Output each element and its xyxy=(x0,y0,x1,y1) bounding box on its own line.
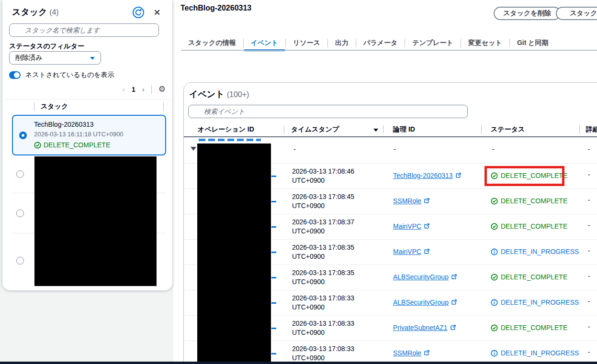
column-divider xyxy=(284,125,284,134)
event-detail: - xyxy=(588,247,590,254)
column-resize-handle[interactable] xyxy=(34,102,34,111)
redacted-link-fragment xyxy=(271,176,276,177)
external-link-icon xyxy=(455,173,461,178)
info-icon xyxy=(491,299,498,306)
success-icon xyxy=(491,324,498,331)
col-operation-id[interactable]: オペレーション ID xyxy=(198,125,254,134)
col-detail[interactable]: 詳細 xyxy=(586,125,597,134)
redacted-link-fragment xyxy=(271,201,276,202)
logical-id-link[interactable]: ALBSecurityGroup xyxy=(393,298,457,306)
column-divider xyxy=(579,125,580,134)
events-table-header: オペレーション ID タイムスタンプ 論理 ID ステータス 詳細 xyxy=(184,123,597,137)
event-detail: - xyxy=(588,348,590,356)
tab-4[interactable]: パラメータ xyxy=(356,35,405,50)
success-icon xyxy=(491,198,498,205)
events-count: (100+) xyxy=(227,90,249,99)
col-status[interactable]: ステータス xyxy=(491,125,525,134)
radio-unselected[interactable] xyxy=(16,257,24,265)
events-title: イベント (100+) xyxy=(189,88,249,100)
stacks-sidebar-panel: スタック (4) ✕ ステータスのフィルタ xyxy=(2,0,172,290)
event-status: DELETE_COMPLETE xyxy=(491,197,567,205)
event-detail: - xyxy=(588,272,590,280)
event-status: DELETE_IN_PROGRESS xyxy=(491,349,579,357)
redacted-area xyxy=(197,143,271,362)
sidebar-title: スタック xyxy=(12,7,47,17)
radio-unselected[interactable] xyxy=(16,210,24,217)
tab-2[interactable]: リソース xyxy=(286,35,327,50)
tab-7[interactable]: Git と同期 xyxy=(510,35,556,50)
selected-stack-card[interactable]: TechBlog-20260313 2026-03-13 16:11:18 UT… xyxy=(12,115,166,155)
column-resize-handle[interactable] xyxy=(163,102,164,111)
external-link-icon xyxy=(424,350,429,356)
nested-toggle[interactable] xyxy=(9,71,21,79)
event-status: DELETE_COMPLETE xyxy=(491,273,567,281)
external-link-icon xyxy=(424,249,429,254)
redacted-link-fragment xyxy=(271,353,276,354)
gear-icon[interactable]: ⚙ xyxy=(158,84,166,95)
next-page-button[interactable]: › xyxy=(142,84,145,95)
summary-detail: - xyxy=(588,145,590,153)
event-timestamp: 2026-03-13 17:08:46 UTC+0900 xyxy=(292,167,354,185)
column-divider xyxy=(383,125,383,134)
external-link-icon xyxy=(450,325,456,331)
stack-created-date: 2026-03-13 16:11:18 UTC+0900 xyxy=(34,131,124,138)
collapse-caret-icon[interactable] xyxy=(191,147,196,151)
logical-id-link[interactable]: TechBlog-20260313 xyxy=(393,172,461,179)
sort-descending-icon[interactable] xyxy=(373,129,378,132)
logical-id-link[interactable]: PrivateSubnetAZ1 xyxy=(393,324,456,331)
redacted-link-fragment xyxy=(271,328,276,329)
status-filter-select[interactable]: 削除済み xyxy=(9,51,101,65)
pager-divider xyxy=(151,85,152,94)
column-divider xyxy=(481,125,482,134)
info-icon xyxy=(491,248,498,255)
tab-6[interactable]: 変更セット xyxy=(461,35,509,50)
highlight-annotation xyxy=(484,166,564,186)
event-detail: - xyxy=(588,323,590,331)
event-detail: - xyxy=(588,196,590,204)
update-stack-button[interactable]: スタックを xyxy=(556,7,597,20)
success-icon xyxy=(34,142,41,149)
redacted-area xyxy=(34,156,157,286)
radio-unselected[interactable] xyxy=(16,170,24,178)
stack-search-input[interactable] xyxy=(9,23,159,37)
external-link-icon xyxy=(451,274,457,280)
col-timestamp[interactable]: タイムスタンプ xyxy=(291,125,339,134)
stack-name[interactable]: TechBlog-20260313 xyxy=(34,121,94,128)
page-title: TechBlog-20260313 xyxy=(180,4,251,12)
tab-0[interactable]: スタックの情報 xyxy=(181,35,243,50)
redacted-link-fragment xyxy=(271,302,276,304)
tab-3[interactable]: 出力 xyxy=(328,35,356,50)
status-filter-value: 削除済み xyxy=(15,54,42,61)
success-icon xyxy=(491,274,498,281)
tab-1[interactable]: イベント xyxy=(244,35,285,50)
sidebar-stack-count: (4) xyxy=(49,8,59,16)
events-search-input[interactable] xyxy=(188,105,468,118)
event-detail: - xyxy=(588,171,590,178)
event-status: DELETE_IN_PROGRESS xyxy=(491,298,579,306)
event-timestamp: 2026-03-13 17:08:35 UTC+0900 xyxy=(292,243,354,261)
event-status: DELETE_COMPLETE xyxy=(491,222,567,230)
events-title-text: イベント xyxy=(189,89,225,99)
event-timestamp: 2026-03-13 17:08:33 UTC+0900 xyxy=(292,294,354,312)
sidebar-divider xyxy=(5,99,170,99)
tabs-underline xyxy=(181,50,597,51)
prev-page-button[interactable]: ‹ xyxy=(123,84,125,95)
event-status: DELETE_IN_PROGRESS xyxy=(491,248,579,255)
col-logical-id[interactable]: 論理 ID xyxy=(393,125,415,134)
delete-stack-button[interactable]: スタックを削除 xyxy=(494,7,561,20)
tab-5[interactable]: テンプレート xyxy=(405,35,461,50)
event-timestamp: 2026-03-13 17:08:33 UTC+0900 xyxy=(292,344,354,363)
logical-id-link[interactable]: MainVPC xyxy=(393,222,429,230)
logical-id-link[interactable]: ALBSecurityGroup xyxy=(393,273,457,281)
stack-status: DELETE_COMPLETE xyxy=(34,141,110,149)
radio-selected-icon[interactable] xyxy=(19,132,27,139)
logical-id-link[interactable]: SSMRole xyxy=(393,197,429,205)
sidebar-pagination: ‹ 1 › ⚙ xyxy=(123,84,166,95)
external-link-icon xyxy=(451,299,457,305)
close-sidebar-button[interactable]: ✕ xyxy=(151,7,163,18)
logical-id-link[interactable]: SSMRole xyxy=(393,349,429,357)
event-timestamp: 2026-03-13 17:08:45 UTC+0900 xyxy=(292,192,354,210)
refresh-button[interactable] xyxy=(132,6,145,19)
logical-id-link[interactable]: MainVPC xyxy=(393,248,429,255)
redacted-link-fragment xyxy=(199,139,261,141)
